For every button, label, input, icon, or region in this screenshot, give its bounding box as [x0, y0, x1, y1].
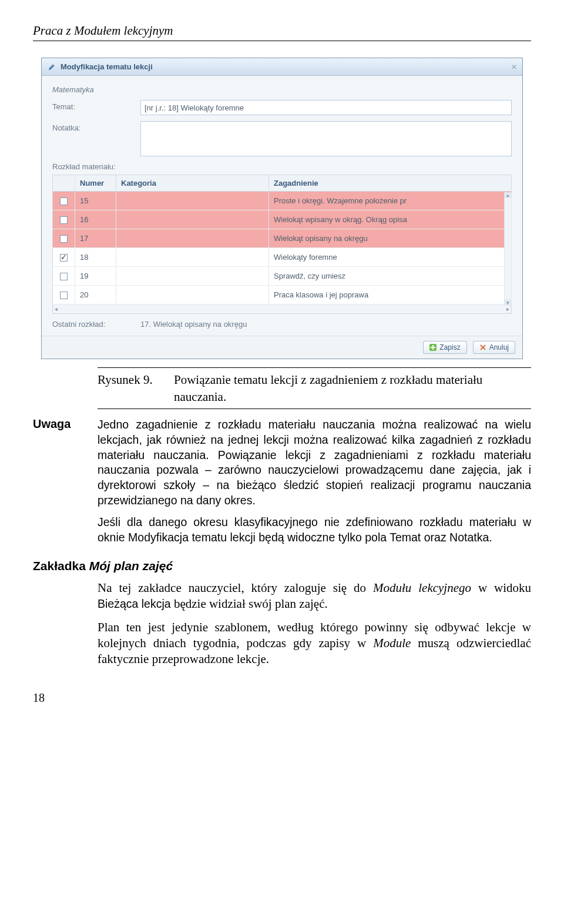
pencil-icon: [48, 63, 56, 71]
scroll-right-icon[interactable]: ▸: [506, 306, 509, 312]
label-notatka: Notatka:: [52, 121, 140, 132]
section-heading: Zakładka Mój plan zajęć: [33, 559, 531, 573]
running-head: Praca z Modułem lekcyjnym: [33, 24, 531, 38]
cell-zagadnienie: Sprawdź, czy umiesz: [269, 267, 512, 286]
table-row[interactable]: 16Wielokąt wpisany w okrąg. Okrąg opisa: [53, 210, 512, 229]
uwaga-label: Uwaga: [33, 417, 98, 508]
col-zagadnienie: Zagadnienie: [269, 175, 512, 192]
uwaga-block: Uwaga Jedno zagadnienie z rozkładu mater…: [33, 417, 531, 508]
cell-numer: 15: [75, 192, 116, 210]
notatka-input[interactable]: [140, 121, 512, 156]
horizontal-scrollbar[interactable]: ◂ ▸: [52, 304, 512, 314]
row-checkbox[interactable]: [60, 235, 68, 243]
scroll-down-icon[interactable]: ▾: [505, 300, 511, 306]
figure-caption: Rysunek 9. Powiązanie tematu lekcji z za…: [98, 367, 531, 409]
scroll-left-icon[interactable]: ◂: [55, 306, 58, 312]
uwaga-text: Jedno zagadnienie z rozkładu materiału n…: [98, 417, 531, 508]
label-temat: Temat:: [52, 100, 140, 111]
ostatni-value: 17. Wielokąt opisany na okręgu: [140, 320, 247, 329]
x-icon: [479, 344, 486, 351]
cell-kategoria: [116, 210, 269, 229]
cell-kategoria: [116, 286, 269, 304]
row-checkbox[interactable]: [60, 254, 68, 262]
plus-icon: [429, 344, 437, 351]
rozklad-table: Numer Kategoria Zagadnienie 15Proste i o…: [52, 175, 512, 304]
cell-numer: 18: [75, 248, 116, 267]
dialog-titlebar: Modyfikacja tematu lekcji ✕: [42, 58, 522, 76]
cell-kategoria: [116, 229, 269, 248]
label-rozklad: Rozkład materiału:: [52, 162, 512, 171]
field-notatka: Notatka:: [52, 121, 512, 156]
section-name: Mój plan zajęć: [89, 559, 173, 573]
dialog-modyfikacja-tematu: Modyfikacja tematu lekcji ✕ Matematyka T…: [41, 58, 523, 359]
para-2: Plan ten jest jedynie szablonem, według …: [98, 620, 531, 668]
dialog-footer: Zapisz Anuluj: [42, 336, 522, 359]
table-row[interactable]: 18Wielokąty foremne: [53, 248, 512, 267]
cell-kategoria: [116, 248, 269, 267]
col-numer: Numer: [75, 175, 116, 192]
cell-zagadnienie: Wielokąty foremne: [269, 248, 512, 267]
subject-name: Matematyka: [52, 85, 512, 94]
col-kategoria: Kategoria: [116, 175, 269, 192]
cell-numer: 20: [75, 286, 116, 304]
dialog-title: Modyfikacja tematu lekcji: [61, 62, 511, 71]
caption-text: Powiązanie tematu lekcji z zagadnieniem …: [174, 371, 531, 405]
uwaga-para-2: Jeśli dla danego okresu klasyfikacyjnego…: [98, 515, 531, 545]
scroll-up-icon[interactable]: ▴: [505, 192, 511, 198]
row-checkbox[interactable]: [60, 292, 68, 299]
cell-zagadnienie: Proste i okręgi. Wzajemne położenie pr: [269, 192, 512, 210]
page-number: 18: [33, 691, 531, 705]
cell-kategoria: [116, 192, 269, 210]
table-row[interactable]: 15Proste i okręgi. Wzajemne położenie pr: [53, 192, 512, 210]
cell-zagadnienie: Praca klasowa i jej poprawa: [269, 286, 512, 304]
table-row[interactable]: 19Sprawdź, czy umiesz: [53, 267, 512, 286]
cell-numer: 17: [75, 229, 116, 248]
ostatni-rozklad: Ostatni rozkład: 17. Wielokąt opisany na…: [52, 320, 512, 329]
cell-zagadnienie: Wielokąt wpisany w okrąg. Okrąg opisa: [269, 210, 512, 229]
table-row[interactable]: 17Wielokąt opisany na okręgu: [53, 229, 512, 248]
field-temat: Temat:: [52, 100, 512, 115]
close-icon[interactable]: ✕: [511, 63, 516, 71]
temat-input[interactable]: [140, 100, 512, 115]
save-button[interactable]: Zapisz: [423, 341, 466, 354]
rozklad-table-wrap: Numer Kategoria Zagadnienie 15Proste i o…: [52, 175, 512, 314]
row-checkbox[interactable]: [60, 216, 68, 224]
row-checkbox[interactable]: [60, 273, 68, 280]
save-button-label: Zapisz: [439, 343, 460, 351]
col-checkbox: [53, 175, 75, 192]
cancel-button[interactable]: Anuluj: [473, 341, 515, 354]
header-rule: [33, 41, 531, 41]
row-checkbox[interactable]: [60, 197, 68, 205]
caption-number: Rysunek 9.: [98, 371, 174, 405]
table-row[interactable]: 20Praca klasowa i jej poprawa: [53, 286, 512, 304]
cell-numer: 16: [75, 210, 116, 229]
label-ostatni: Ostatni rozkład:: [52, 320, 140, 329]
section-prefix: Zakładka: [33, 559, 89, 573]
cell-numer: 19: [75, 267, 116, 286]
cell-kategoria: [116, 267, 269, 286]
dialog-body: Matematyka Temat: Notatka: Rozkład mater…: [42, 76, 522, 336]
vertical-scrollbar[interactable]: ▴ ▾: [504, 192, 511, 306]
cell-zagadnienie: Wielokąt opisany na okręgu: [269, 229, 512, 248]
cancel-button-label: Anuluj: [489, 343, 509, 351]
para-1: Na tej zakładce nauczyciel, który zalogu…: [98, 580, 531, 612]
